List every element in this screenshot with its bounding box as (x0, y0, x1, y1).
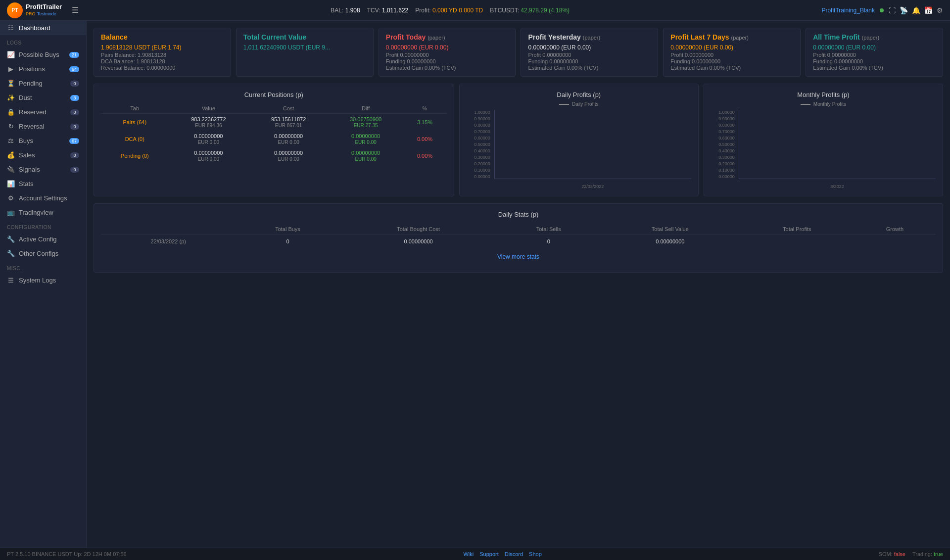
profit-today-funding: Funding 0.00000000 (386, 58, 509, 64)
logo-area: PT ProfitTrailer PRO Testmode (7, 2, 62, 18)
stats-col-header: Total Sell Value (600, 224, 740, 234)
legend-line-monthly-icon (801, 104, 810, 105)
stats-col-header: Growth (854, 224, 936, 234)
sidebar-label-dashboard: Dashboard (19, 24, 50, 32)
buys-badge: 67 (69, 138, 79, 144)
profit-yesterday-main-val: 0.00000000 (EUR 0.00) (528, 44, 651, 51)
daily-profits-title: Daily Profits (p) (467, 91, 691, 98)
app-body: ☷ Dashboard Logs 📈 Possible Buys 21 ▶ Po… (0, 21, 950, 548)
sidebar-item-signals[interactable]: 🔌 Signals 0 (0, 162, 86, 177)
tcv-value: 1,011.622 (382, 7, 408, 14)
sidebar-item-positions[interactable]: ▶ Positions 64 (0, 62, 86, 76)
all-time-profit-card: All Time Profit (paper) 0.00000000 (EUR … (806, 28, 943, 77)
stats-col-header: Total Sells (497, 224, 600, 234)
positions-badge: 64 (69, 66, 79, 72)
daily-stats-table: Total BuysTotal Bought CostTotal SellsTo… (101, 224, 936, 248)
system-logs-icon: ☰ (7, 277, 15, 284)
sidebar-item-pending[interactable]: ⏳ Pending 0 (0, 76, 86, 91)
sidebar-item-system-logs[interactable]: ☰ System Logs (0, 273, 86, 287)
profit-7days-title: Profit Last 7 Days (paper) (670, 33, 793, 41)
sidebar-label-pending: Pending (19, 80, 43, 87)
current-positions-panel: Current Positions (p) Tab Value Cost Dif… (94, 84, 454, 196)
sidebar-item-tradingview[interactable]: 📺 Tradingview (0, 205, 86, 220)
daily-stats-row: 22/03/2022 (p) 0 0.00000000 0 0.00000000 (101, 234, 936, 249)
daily-stats-panel: Daily Stats (p) Total BuysTotal Bought C… (94, 203, 943, 273)
discord-link[interactable]: Discord (505, 551, 523, 557)
reserved-icon: 🔒 (7, 108, 15, 116)
hamburger-icon[interactable]: ☰ (72, 5, 79, 15)
daily-profits-chart-inner (494, 110, 691, 179)
stats-col-header: Total Buys (236, 224, 339, 234)
daily-profits-chart: Daily Profits (p) Daily Profits 1.000000… (459, 84, 699, 196)
y-label: 0.20000 (711, 161, 735, 166)
som-status: SOM: false (879, 551, 905, 557)
active-config-icon: 🔧 (7, 235, 15, 243)
sidebar-item-sales[interactable]: 💰 Sales 0 (0, 148, 86, 162)
main-content: Balance 1.90813128 USDT (EUR 1.74) Pairs… (87, 21, 950, 548)
btc-pct: (4.18%) (549, 7, 570, 14)
sidebar-item-active-config[interactable]: 🔧 Active Config (0, 232, 86, 246)
view-more-stats[interactable]: View more stats (101, 248, 936, 265)
bal-label: BAL: 1.908 (331, 7, 360, 14)
row-value: 983.22362772EUR 894.36 (168, 114, 248, 131)
col-cost: Cost (248, 103, 329, 114)
topbar-center: BAL: 1.908 TCV: 1,011.622 Profit: 0.000 … (331, 7, 570, 14)
sidebar-item-dashboard[interactable]: ☷ Dashboard (0, 21, 86, 35)
support-link[interactable]: Support (479, 551, 499, 557)
pt-version: PT 2.5.10 (7, 551, 31, 557)
sidebar-item-reserved[interactable]: 🔒 Reserved 0 (0, 105, 86, 119)
other-configs-icon: 🔧 (7, 250, 15, 257)
positions-charts-row: Current Positions (p) Tab Value Cost Dif… (94, 84, 943, 196)
daily-stats-profits (740, 234, 854, 249)
daily-profits-legend: Daily Profits (467, 101, 691, 107)
calendar-icon[interactable]: 📅 (924, 6, 933, 14)
all-time-main-val: 0.00000000 (EUR 0.00) (813, 44, 936, 51)
status-dot-icon (880, 8, 884, 12)
reversal-badge: 0 (70, 124, 79, 130)
row-diff: 0.00000000EUR 0.00 (329, 131, 403, 147)
sidebar-item-dust[interactable]: ✨ Dust 3 (0, 91, 86, 105)
resize-icon[interactable]: ⛶ (889, 6, 896, 14)
sidebar-item-buys[interactable]: ⚖ Buys 67 (0, 134, 86, 148)
gear-icon[interactable]: ⚙ (937, 6, 943, 14)
y-label: 0.70000 (467, 129, 490, 134)
logo-pro: PRO (26, 11, 36, 16)
bal-value: 1.908 (345, 7, 360, 14)
view-more-link[interactable]: View more stats (497, 253, 539, 260)
daily-stats-date: 22/03/2022 (p) (101, 234, 236, 249)
sidebar-label-possible-buys: Possible Buys (19, 51, 59, 58)
y-label: 1.00000 (711, 110, 735, 115)
monthly-profits-title: Monthly Profits (p) (711, 91, 936, 98)
logo-mode: Testmode (37, 11, 56, 16)
sidebar-item-stats[interactable]: 📊 Stats (0, 177, 86, 191)
wiki-link[interactable]: Wiki (463, 551, 474, 557)
profit-7days-funding: Funding 0.00000000 (670, 58, 793, 64)
col-tab: Tab (101, 103, 168, 114)
all-time-estimated: Estimated Gain 0.00% (TCV) (813, 65, 936, 71)
sidebar-item-account-settings[interactable]: ⚙ Account Settings (0, 191, 86, 205)
positions-icon: ▶ (7, 65, 15, 73)
bell-icon[interactable]: 🔔 (912, 6, 920, 14)
positions-table: Tab Value Cost Diff % Pairs (64) 983.223… (101, 103, 447, 164)
row-label: Pending (0) (101, 147, 168, 164)
shop-link[interactable]: Shop (529, 551, 542, 557)
all-time-funding: Funding 0.00000000 (813, 58, 936, 64)
balance-dca: DCA Balance: 1.90813128 (101, 58, 224, 64)
sidebar-label-system-logs: System Logs (19, 277, 56, 284)
profit-today-estimated: Estimated Gain 0.00% (TCV) (386, 65, 509, 71)
monthly-profits-y-labels: 1.000000.900000.800000.700000.600000.500… (711, 110, 737, 179)
monthly-profits-chart: Monthly Profits (p) Monthly Profits 1.00… (704, 84, 943, 196)
sidebar-item-other-configs[interactable]: 🔧 Other Configs (0, 246, 86, 261)
col-value: Value (168, 103, 248, 114)
sidebar-label-buys: Buys (19, 137, 33, 144)
footer: PT 2.5.10 BINANCE USDT Up: 2D 12H 0M 07:… (0, 548, 950, 560)
sidebar-label-account-settings: Account Settings (19, 194, 67, 202)
dust-icon: ✨ (7, 94, 15, 101)
profit-yesterday-funding: Funding 0.00000000 (528, 58, 651, 64)
sidebar: ☷ Dashboard Logs 📈 Possible Buys 21 ▶ Po… (0, 21, 87, 548)
table-row: Pending (0) 0.00000000EUR 0.00 0.0000000… (101, 147, 447, 164)
table-row: DCA (0) 0.00000000EUR 0.00 0.00000000EUR… (101, 131, 447, 147)
broadcast-icon[interactable]: 📡 (900, 6, 908, 14)
sidebar-item-reversal[interactable]: ↻ Reversal 0 (0, 119, 86, 134)
sidebar-item-possible-buys[interactable]: 📈 Possible Buys 21 (0, 47, 86, 62)
